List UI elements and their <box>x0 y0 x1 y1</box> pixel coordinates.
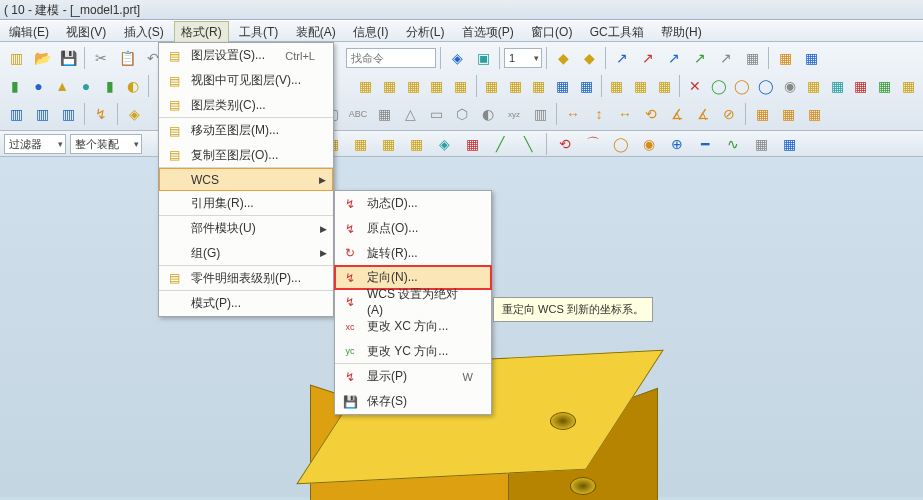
d6-icon[interactable]: ∡ <box>691 102 715 126</box>
cylinder-icon[interactable]: ● <box>28 74 50 98</box>
d10-icon[interactable]: ▦ <box>802 102 826 126</box>
an6-icon[interactable]: ⬡ <box>450 102 474 126</box>
asm1-icon[interactable]: ▦ <box>355 74 377 98</box>
asm2-icon[interactable]: ▦ <box>379 74 401 98</box>
f14-icon[interactable]: ━ <box>693 132 717 156</box>
asm9-icon[interactable]: ▦ <box>552 74 574 98</box>
f2-icon[interactable]: ▦ <box>348 132 372 156</box>
x3-icon[interactable]: ◯ <box>731 74 753 98</box>
menu-format[interactable]: 格式(R) <box>174 21 229 44</box>
d2-icon[interactable]: ↕ <box>587 102 611 126</box>
menu-prefs[interactable]: 首选项(P) <box>455 21 521 44</box>
d9-icon[interactable]: ▦ <box>776 102 800 126</box>
menu-move-layer[interactable]: ▤ 移动至图层(M)... <box>159 118 333 143</box>
menu-view[interactable]: 视图(V) <box>59 21 113 44</box>
wcs-change-yc[interactable]: yc 更改 YC 方向... <box>335 339 491 364</box>
s2-icon[interactable]: ▥ <box>30 102 54 126</box>
revolve-icon[interactable]: ◐ <box>123 74 145 98</box>
f3-icon[interactable]: ▦ <box>376 132 400 156</box>
f9-icon[interactable]: ⟲ <box>553 132 577 156</box>
d8-icon[interactable]: ▦ <box>750 102 774 126</box>
menu-mode[interactable]: 模式(P)... <box>159 291 333 316</box>
menu-visible-layers[interactable]: ▤ 视图中可见图层(V)... <box>159 68 333 93</box>
menu-gctoolbox[interactable]: GC工具箱 <box>583 21 651 44</box>
f15-icon[interactable]: ∿ <box>721 132 745 156</box>
filter-select[interactable]: 过滤器 <box>4 134 66 154</box>
d5-icon[interactable]: ∡ <box>665 102 689 126</box>
sphere-icon[interactable]: ● <box>75 74 97 98</box>
menu-group[interactable]: 组(G) ▶ <box>159 241 333 266</box>
asm13-icon[interactable]: ▦ <box>653 74 675 98</box>
an8-icon[interactable]: xyz <box>502 102 526 126</box>
x8-icon[interactable]: ▦ <box>850 74 872 98</box>
x10-icon[interactable]: ▦ <box>897 74 919 98</box>
x2-icon[interactable]: ◯ <box>708 74 730 98</box>
s1-icon[interactable]: ▥ <box>4 102 28 126</box>
asm8-icon[interactable]: ▦ <box>528 74 550 98</box>
new-icon[interactable]: ▥ <box>4 46 28 70</box>
an9-icon[interactable]: ▥ <box>528 102 552 126</box>
open-icon[interactable]: 📂 <box>30 46 54 70</box>
fit-view-icon[interactable]: ▣ <box>471 46 495 70</box>
f12-icon[interactable]: ◉ <box>637 132 661 156</box>
an4-icon[interactable]: △ <box>398 102 422 126</box>
s3-icon[interactable]: ▥ <box>56 102 80 126</box>
asm12-icon[interactable]: ▦ <box>630 74 652 98</box>
x9-icon[interactable]: ▦ <box>874 74 896 98</box>
an2-icon[interactable]: ABC <box>346 102 370 126</box>
x1-icon[interactable]: ✕ <box>684 74 706 98</box>
f4-icon[interactable]: ▦ <box>404 132 428 156</box>
x6-icon[interactable]: ▦ <box>803 74 825 98</box>
menu-assembly[interactable]: 装配(A) <box>289 21 343 44</box>
tool-c-icon[interactable]: ▦ <box>773 46 797 70</box>
d4-icon[interactable]: ⟲ <box>639 102 663 126</box>
menu-copy-layer[interactable]: ▤ 复制至图层(O)... <box>159 143 333 168</box>
f11-icon[interactable]: ◯ <box>609 132 633 156</box>
asm6-icon[interactable]: ▦ <box>480 74 502 98</box>
asm7-icon[interactable]: ▦ <box>504 74 526 98</box>
tool-a-icon[interactable]: ◆ <box>551 46 575 70</box>
menu-edit[interactable]: 编辑(E) <box>2 21 56 44</box>
menu-tools[interactable]: 工具(T) <box>232 21 285 44</box>
csys5-icon[interactable]: ↗ <box>714 46 738 70</box>
menu-part-module[interactable]: 部件模块(U) ▶ <box>159 216 333 241</box>
menu-window[interactable]: 窗口(O) <box>524 21 579 44</box>
menu-analysis[interactable]: 分析(L) <box>399 21 452 44</box>
csys6-icon[interactable]: ▦ <box>740 46 764 70</box>
csys3-icon[interactable]: ↗ <box>662 46 686 70</box>
f10-icon[interactable]: ⌒ <box>581 132 605 156</box>
wcs-origin[interactable]: ↯ 原点(O)... <box>335 216 491 241</box>
menu-partlist-level[interactable]: ▤ 零件明细表级别(P)... <box>159 266 333 291</box>
cut-icon[interactable]: ✂ <box>89 46 113 70</box>
csys1-icon[interactable]: ↗ <box>610 46 634 70</box>
f5-icon[interactable]: ◈ <box>432 132 456 156</box>
csys2-icon[interactable]: ↗ <box>636 46 660 70</box>
tool-b-icon[interactable]: ◆ <box>577 46 601 70</box>
s4-icon[interactable]: ↯ <box>89 102 113 126</box>
csys4-icon[interactable]: ↗ <box>688 46 712 70</box>
cone-icon[interactable]: ▲ <box>51 74 73 98</box>
asm5-icon[interactable]: ▦ <box>450 74 472 98</box>
save-icon[interactable]: 💾 <box>56 46 80 70</box>
block-icon[interactable]: ▮ <box>4 74 26 98</box>
menu-insert[interactable]: 插入(S) <box>117 21 171 44</box>
menu-layer-category[interactable]: ▤ 图层类别(C)... <box>159 93 333 118</box>
asm11-icon[interactable]: ▦ <box>606 74 628 98</box>
f6-icon[interactable]: ▦ <box>460 132 484 156</box>
asm4-icon[interactable]: ▦ <box>426 74 448 98</box>
menu-wcs[interactable]: WCS ▶ <box>159 168 333 191</box>
copy-icon[interactable]: 📋 <box>115 46 139 70</box>
f16-icon[interactable]: ▦ <box>749 132 773 156</box>
s5-icon[interactable]: ◈ <box>122 102 146 126</box>
f13-icon[interactable]: ⊕ <box>665 132 689 156</box>
asm10-icon[interactable]: ▦ <box>575 74 597 98</box>
x4-icon[interactable]: ◯ <box>755 74 777 98</box>
menu-info[interactable]: 信息(I) <box>346 21 395 44</box>
tool-d-icon[interactable]: ▦ <box>799 46 823 70</box>
wcs-dynamic[interactable]: ↯ 动态(D)... <box>335 191 491 216</box>
menu-refset[interactable]: 引用集(R)... <box>159 191 333 216</box>
x5-icon[interactable]: ◉ <box>779 74 801 98</box>
menu-help[interactable]: 帮助(H) <box>654 21 709 44</box>
an3-icon[interactable]: ▦ <box>372 102 396 126</box>
wcs-save[interactable]: 💾 保存(S) <box>335 389 491 414</box>
